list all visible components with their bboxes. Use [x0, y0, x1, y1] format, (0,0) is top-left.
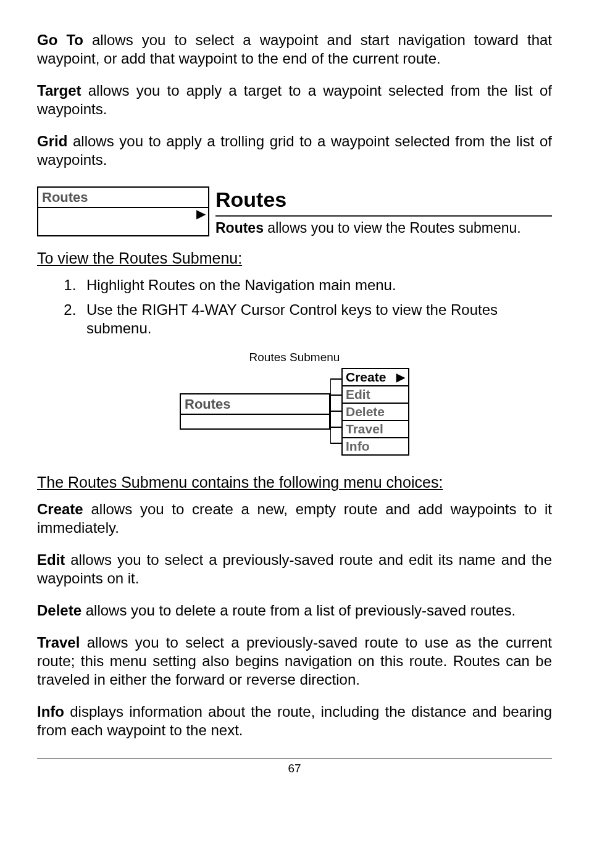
- section-title: Routes: [215, 186, 552, 217]
- label-travel: Travel: [37, 634, 80, 651]
- submenu-left-blank: [181, 415, 329, 428]
- submenu-figure: Routes Create▶ Edit Delete Travel Info: [37, 368, 552, 454]
- text-target: allows you to apply a target to a waypoi…: [37, 82, 552, 117]
- page-number: 67: [37, 758, 552, 776]
- label-create: Create: [37, 501, 83, 517]
- text-info: displays information about the route, in…: [37, 703, 552, 738]
- paragraph-create: Create allows you to create a new, empty…: [37, 500, 552, 537]
- label-info: Info: [37, 703, 64, 720]
- right-arrow-icon: ▶: [38, 208, 208, 220]
- label-delete: Delete: [37, 602, 81, 619]
- submenu-item-travel: Travel: [341, 420, 409, 438]
- text-delete: allows you to delete a route from a list…: [81, 602, 516, 619]
- right-triangle-icon: ▶: [396, 370, 405, 385]
- text-edit: allows you to select a previously-saved …: [37, 551, 552, 586]
- submenu-left-label: Routes: [181, 394, 329, 415]
- text-goto: allows you to select a waypoint and star…: [37, 31, 552, 67]
- submenu-caption: Routes Submenu: [37, 350, 552, 365]
- label-edit: Edit: [37, 551, 65, 568]
- text-grid: allows you to apply a trolling grid to a…: [37, 133, 552, 168]
- label-goto: Go To: [37, 31, 83, 48]
- step-2: Use the RIGHT 4-WAY Cursor Control keys …: [80, 301, 552, 338]
- paragraph-goto: Go To allows you to select a waypoint an…: [37, 31, 552, 68]
- routes-section-header: Routes ▶ Routes Routes allows you to vie…: [37, 186, 552, 236]
- routes-menu-box: Routes ▶: [37, 186, 209, 236]
- submenu-item-delete: Delete: [341, 403, 409, 421]
- step-1: Highlight Routes on the Navigation main …: [80, 276, 552, 294]
- text-travel: allows you to select a previously-saved …: [37, 634, 552, 688]
- section-subtitle: Routes allows you to view the Routes sub…: [215, 219, 552, 237]
- submenu-item-info: Info: [341, 437, 409, 456]
- choices-heading: The Routes Submenu contains the followin…: [37, 473, 552, 492]
- text-create: allows you to create a new, empty route …: [37, 501, 552, 536]
- paragraph-info: Info displays information about the rout…: [37, 703, 552, 740]
- label-target: Target: [37, 82, 81, 99]
- submenu-item-edit: Edit: [341, 385, 409, 404]
- paragraph-grid: Grid allows you to apply a trolling grid…: [37, 132, 552, 169]
- submenu-left-box: Routes: [180, 393, 330, 430]
- paragraph-travel: Travel allows you to select a previously…: [37, 633, 552, 689]
- steps-list: Highlight Routes on the Navigation main …: [37, 276, 552, 338]
- submenu-right-list: Create▶ Edit Delete Travel Info: [341, 368, 409, 454]
- paragraph-target: Target allows you to apply a target to a…: [37, 81, 552, 119]
- view-routes-heading: To view the Routes Submenu:: [37, 249, 552, 268]
- paragraph-edit: Edit allows you to select a previously-s…: [37, 551, 552, 588]
- connector-lines: [330, 371, 341, 451]
- routes-menu-label: Routes: [38, 188, 208, 208]
- paragraph-delete: Delete allows you to delete a route from…: [37, 601, 552, 620]
- submenu-item-create: Create▶: [341, 368, 409, 386]
- label-grid: Grid: [37, 133, 67, 149]
